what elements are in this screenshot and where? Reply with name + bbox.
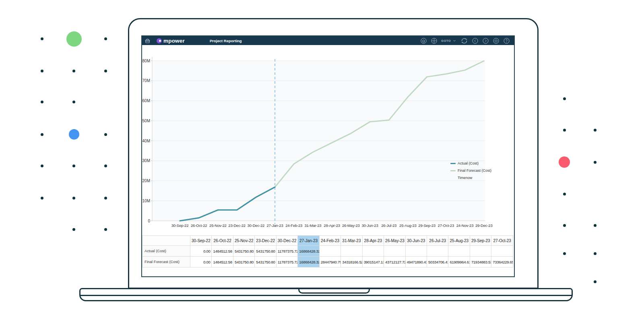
- legend-swatch: [450, 163, 456, 164]
- value-cell: 1484512.58: [212, 257, 233, 267]
- chart-legend: Actual (Cost)Final Forecast (Cost)Timeno…: [450, 161, 491, 180]
- value-cell: 61909964.61: [448, 257, 470, 267]
- y-tick-label: 80M: [142, 59, 150, 63]
- decor-dot: [104, 70, 107, 72]
- value-cell: 16868428.32: [298, 257, 319, 267]
- decor-dot: [563, 193, 566, 195]
- sync-icon[interactable]: [460, 37, 468, 45]
- decor-dot: [104, 165, 107, 167]
- legend-label: Timenow: [458, 176, 472, 180]
- value-cell: [362, 246, 384, 257]
- legend-swatch: [450, 177, 456, 179]
- value-cell: 5431750.80: [233, 246, 254, 257]
- goto-label: GOTO: [441, 39, 451, 43]
- decor-dot: [72, 70, 75, 72]
- decor-dot: [594, 129, 597, 132]
- x-tick-label: 26-May-23: [342, 223, 360, 228]
- page: { "decor": { "dot_color": "#0c333a", "gr…: [0, 0, 644, 325]
- value-cell: [448, 246, 470, 257]
- table-date-header[interactable]: 28-Apr-23: [362, 236, 384, 246]
- decor-dot: [104, 197, 107, 200]
- legend-item[interactable]: Timenow: [450, 176, 491, 180]
- value-cell: 71934883.53: [470, 257, 491, 267]
- legend-item[interactable]: Final Forecast (Cost): [450, 169, 491, 173]
- x-tick-label: 30-Sep-22: [171, 223, 189, 228]
- chevron-left-icon[interactable]: [472, 37, 479, 44]
- legend-swatch: [450, 170, 456, 171]
- value-cell: 1484512.58: [212, 246, 233, 257]
- value-cell: [341, 246, 362, 257]
- table-date-header[interactable]: 23-Dec-22: [255, 236, 276, 246]
- value-cell: 5431750.80: [255, 257, 276, 267]
- mpower-logo-icon: [157, 38, 162, 43]
- decor-dot: [41, 37, 43, 40]
- decor-circle-green: [66, 31, 82, 47]
- y-tick-label: 10M: [142, 199, 150, 203]
- home-icon[interactable]: [420, 37, 427, 44]
- chevron-right-icon[interactable]: [482, 37, 489, 44]
- cost-chart-svg: 80M70M60M50M40M30M20M10M030-Sep-2226-Oct…: [142, 45, 514, 235]
- legend-label: Actual (Cost): [458, 161, 479, 165]
- decor-dot: [104, 37, 107, 40]
- decor-dot: [563, 97, 566, 100]
- table-row: Final Forecast (Cost)0.001484512.5854317…: [142, 257, 513, 267]
- value-cell: 39015147.13: [362, 257, 384, 267]
- table-date-header[interactable]: 24-Feb-23: [319, 236, 341, 246]
- decor-dot: [594, 280, 597, 283]
- x-tick-label: 29-Dec-23: [475, 223, 493, 228]
- goto-dropdown[interactable]: GOTO: [441, 38, 457, 43]
- mpower-logo-text: mpower: [163, 38, 185, 44]
- table-row: Actual (Cost)0.001484512.585431750.80543…: [142, 246, 513, 257]
- table-date-header[interactable]: 30-Dec-22: [276, 236, 297, 246]
- y-tick-label: 50M: [142, 119, 150, 123]
- decor-circle-red: [559, 156, 570, 168]
- table-date-header[interactable]: 25-Nov-22: [233, 236, 254, 246]
- x-tick-label: 25-Aug-23: [399, 223, 417, 228]
- x-tick-label: 30-Dec-22: [248, 223, 265, 228]
- x-tick-label: 28-Apr-23: [324, 223, 340, 228]
- decor-dot: [72, 228, 75, 231]
- app-window: mpower Project Reporting GOTO: [141, 35, 515, 277]
- table-date-header[interactable]: 27-Oct-23: [491, 236, 513, 246]
- decor-dot: [594, 252, 597, 255]
- decor-dot: [41, 197, 43, 200]
- value-cell: 5431750.80: [255, 246, 276, 257]
- table-date-header[interactable]: 25-Aug-23: [448, 236, 470, 246]
- table-date-header[interactable]: 30-Jun-23: [405, 236, 427, 246]
- power-icon[interactable]: [493, 37, 500, 44]
- y-tick-label: 70M: [142, 78, 150, 83]
- value-cell: [427, 246, 448, 257]
- x-tick-label: 31-Mar-23: [304, 223, 321, 228]
- table-date-header[interactable]: 26-Oct-22: [212, 236, 233, 246]
- legend-item[interactable]: Actual (Cost): [450, 161, 491, 165]
- table-date-header[interactable]: 31-Mar-23: [341, 236, 362, 246]
- y-tick-label: 20M: [142, 179, 150, 183]
- cost-chart: 80M70M60M50M40M30M20M10M030-Sep-2226-Oct…: [142, 45, 514, 235]
- table-date-header[interactable]: 30-Sep-22: [190, 236, 212, 246]
- value-cell: 5431750.80: [233, 257, 254, 267]
- basket-icon[interactable]: [144, 37, 151, 44]
- row-label: Final Forecast (Cost): [142, 257, 190, 267]
- value-cell: 49471890.43: [405, 257, 427, 267]
- x-tick-label: 26-Jul-23: [381, 223, 396, 228]
- chevron-down-icon: [452, 38, 457, 43]
- navbar-actions: GOTO: [420, 37, 514, 45]
- table-date-header[interactable]: 27-Jan-23: [298, 236, 319, 246]
- table-date-header[interactable]: 26-Jul-23: [427, 236, 448, 246]
- help-icon[interactable]: [503, 37, 510, 44]
- decor-dot: [41, 70, 43, 72]
- target-icon[interactable]: [431, 37, 438, 44]
- value-cell: 0.00: [190, 257, 212, 267]
- x-tick-label: 24-Nov-23: [456, 223, 474, 228]
- value-cell: 11787375.72: [276, 257, 297, 267]
- decor-dot: [563, 252, 566, 255]
- table-date-header[interactable]: 26-May-23: [384, 236, 405, 246]
- value-cell: 28447940.75: [319, 257, 341, 267]
- value-cell: [384, 246, 405, 257]
- x-tick-label: 25-Nov-22: [209, 223, 227, 228]
- mpower-logo: mpower: [157, 38, 185, 44]
- decor-dot: [72, 101, 75, 103]
- value-cell: 73364229.65: [491, 257, 513, 267]
- table-date-header[interactable]: 29-Sep-23: [470, 236, 491, 246]
- page-title: Project Reporting: [210, 39, 242, 43]
